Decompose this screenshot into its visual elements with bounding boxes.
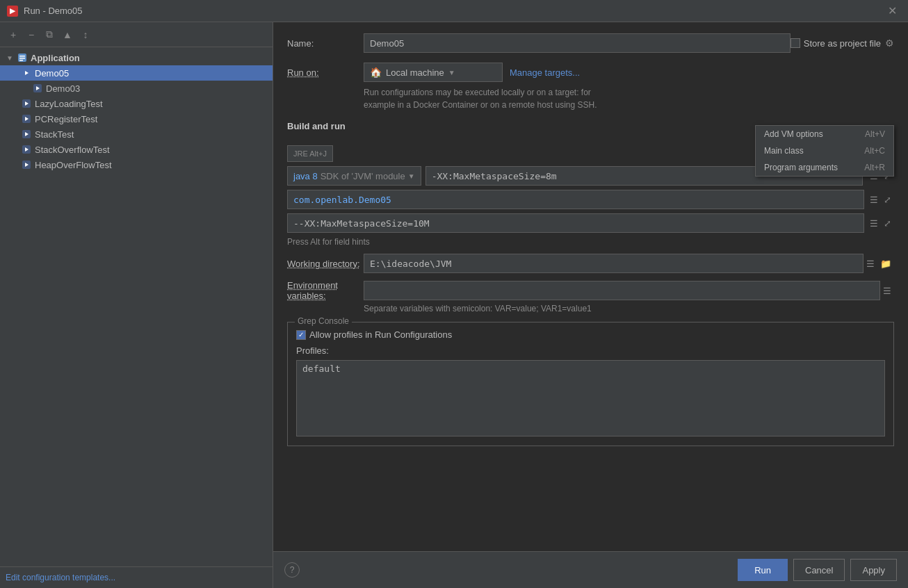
- allow-profiles-checkbox-label[interactable]: ✓ Allow profiles in Run Configurations: [296, 329, 452, 340]
- jre-button[interactable]: JRE Alt+J: [287, 145, 333, 162]
- svg-rect-2: [19, 58, 25, 59]
- sidebar-item-demo05-label: Demo05: [35, 68, 69, 79]
- build-run-title: Build and run: [287, 121, 346, 131]
- apply-button[interactable]: Apply: [850, 559, 897, 581]
- sidebar-item-heapoverflowtest[interactable]: HeapOverFlowTest: [0, 157, 273, 172]
- close-button[interactable]: ✕: [884, 3, 901, 19]
- sdk-version-label: java 8: [293, 171, 318, 181]
- title-bar: ▶ Run - Demo05 ✕: [0, 0, 908, 22]
- program-args-item[interactable]: Program arguments Alt+R: [756, 159, 893, 176]
- program-args-input[interactable]: [287, 213, 864, 233]
- profiles-textarea[interactable]: [296, 360, 885, 436]
- sidebar: + − ⧉ ▲ ↕ ▼ Application: [0, 22, 273, 588]
- run-on-dropdown[interactable]: 🏠 Local machine ▼: [364, 63, 503, 82]
- main-class-menu-label: Main class: [764, 146, 804, 156]
- prog-args-edit-icon[interactable]: ☰: [867, 217, 881, 230]
- tree-arrow-application: ▼: [6, 54, 14, 62]
- program-args-row: ☰ ⤢: [287, 213, 894, 233]
- working-dir-input[interactable]: [364, 254, 864, 273]
- run-on-desc-line2: example in a Docker Container or on a re…: [364, 100, 597, 110]
- cancel-button[interactable]: Cancel: [793, 559, 845, 581]
- store-project-label: Store as project file: [804, 38, 881, 49]
- sidebar-item-heapoverflow-label: HeapOverFlowTest: [35, 160, 112, 170]
- prog-args-icons: ☰ ⤢: [867, 217, 894, 230]
- copy-config-button[interactable]: ⧉: [42, 27, 57, 42]
- sidebar-item-pcregistertest[interactable]: PCRegisterTest: [0, 111, 273, 126]
- config-icon-demo05: [21, 67, 32, 79]
- main-class-item[interactable]: Main class Alt+C: [756, 142, 893, 159]
- sdk-rest-label: SDK of 'JVM' module: [321, 171, 405, 181]
- edit-templates-link[interactable]: Edit configuration templates...: [6, 573, 115, 582]
- bottom-bar: ? Run Cancel Apply: [273, 551, 908, 588]
- config-icon-pcregister: [21, 113, 32, 124]
- run-on-label: Run on:: [287, 67, 364, 78]
- env-vars-input[interactable]: [364, 281, 880, 300]
- sidebar-item-lazyloadingtest[interactable]: LazyLoadingTest: [0, 96, 273, 111]
- sdk-dropdown[interactable]: java 8 SDK of 'JVM' module ▼: [287, 166, 421, 186]
- working-dir-row: Working directory: ☰ 📁: [287, 254, 894, 273]
- name-input[interactable]: [364, 33, 791, 53]
- sidebar-item-demo05[interactable]: Demo05: [0, 65, 273, 81]
- working-dir-label: Working directory:: [287, 259, 364, 269]
- main-class-edit-icon[interactable]: ☰: [867, 193, 881, 206]
- sidebar-item-pcregister-label: PCRegisterTest: [35, 114, 97, 124]
- run-on-desc-line1: Run configurations may be executed local…: [364, 88, 591, 97]
- run-on-value: Local machine: [386, 67, 444, 78]
- prog-args-expand-icon[interactable]: ⤢: [881, 217, 894, 230]
- add-config-button[interactable]: +: [6, 27, 21, 42]
- application-group-icon: [17, 52, 28, 63]
- run-on-description: Run configurations may be executed local…: [364, 86, 894, 111]
- working-dir-edit-icon[interactable]: ☰: [864, 257, 877, 270]
- main-class-input[interactable]: [287, 190, 864, 209]
- config-tree: ▼ Application: [0, 47, 273, 566]
- allow-profiles-label: Allow profiles in Run Configurations: [309, 329, 452, 340]
- sidebar-item-stacktest-label: StackTest: [35, 129, 74, 140]
- run-on-house-icon: 🏠: [370, 67, 382, 78]
- store-project-area: Store as project file ⚙: [791, 38, 894, 49]
- allow-profiles-checkbox[interactable]: ✓: [296, 330, 306, 340]
- sidebar-toolbar: + − ⧉ ▲ ↕: [0, 22, 273, 47]
- config-icon-demo03: [32, 83, 43, 94]
- app-icon: ▶: [7, 6, 18, 17]
- modify-options-popup: Add VM options Alt+V Main class Alt+C Pr…: [755, 125, 894, 177]
- sort-config-button[interactable]: ↕: [78, 27, 93, 42]
- run-on-arrow-icon: ▼: [448, 69, 455, 76]
- env-vars-label: Environment variables:: [287, 280, 364, 301]
- working-dir-browse-icon[interactable]: 📁: [877, 257, 894, 270]
- move-config-button[interactable]: ▲: [60, 27, 75, 42]
- field-hint: Press Alt for field hints: [287, 237, 894, 247]
- application-group-label: Application: [31, 53, 80, 63]
- remove-config-button[interactable]: −: [24, 27, 39, 42]
- manage-targets-link[interactable]: Manage targets...: [510, 67, 580, 78]
- profiles-label: Profiles:: [296, 345, 885, 356]
- env-vars-edit-icon[interactable]: ☰: [880, 284, 894, 297]
- sidebar-item-demo03-label: Demo03: [46, 83, 80, 94]
- sidebar-footer: Edit configuration templates...: [0, 566, 273, 588]
- add-vm-options-item[interactable]: Add VM options Alt+V: [756, 126, 893, 142]
- sidebar-item-stackoverflow-label: StackOverflowTest: [35, 145, 110, 155]
- working-dir-icons: ☰ 📁: [864, 257, 894, 270]
- store-project-gear-icon[interactable]: ⚙: [885, 38, 894, 49]
- right-panel: Name: Store as project file ⚙ Run on: 🏠 …: [273, 22, 908, 588]
- sidebar-group-application[interactable]: ▼ Application: [0, 50, 273, 65]
- sdk-arrow-icon: ▼: [408, 172, 415, 180]
- store-project-checkbox-label[interactable]: Store as project file: [791, 38, 881, 49]
- sidebar-item-lazyloading-label: LazyLoadingTest: [35, 99, 103, 109]
- config-icon-heapoverflow: [21, 159, 32, 170]
- add-vm-shortcut: Alt+V: [865, 129, 885, 139]
- sidebar-item-demo03[interactable]: Demo03: [0, 81, 273, 96]
- help-button[interactable]: ?: [284, 562, 300, 578]
- main-class-shortcut: Alt+C: [864, 146, 885, 156]
- svg-rect-3: [19, 60, 23, 61]
- store-project-checkbox[interactable]: [791, 38, 800, 48]
- program-args-shortcut: Alt+R: [864, 163, 885, 172]
- window-title: Run - Demo05: [24, 6, 884, 16]
- run-button[interactable]: Run: [738, 559, 788, 581]
- name-label: Name:: [287, 38, 364, 49]
- main-class-expand-icon[interactable]: ⤢: [881, 193, 894, 206]
- build-run-header: Build and run Modify options ✕ Alt+M Add…: [287, 121, 894, 138]
- program-args-menu-label: Program arguments: [764, 163, 838, 172]
- sidebar-item-stacktest[interactable]: StackTest: [0, 126, 273, 142]
- sidebar-item-stackoverflowtest[interactable]: StackOverflowTest: [0, 142, 273, 157]
- svg-rect-1: [19, 56, 25, 57]
